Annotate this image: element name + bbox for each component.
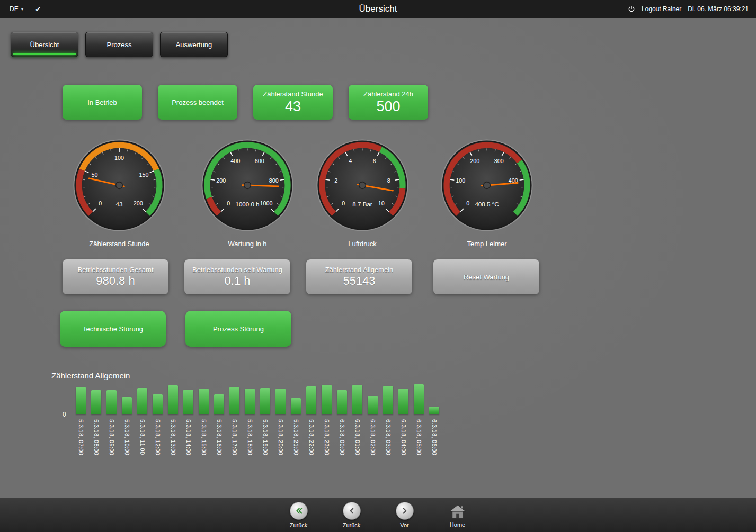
chart-x-tick-label: 6.3.18, 00:00 — [339, 419, 345, 470]
info-zaehlerstand-allgemein[interactable]: Zählerstand Allgemein 55143 — [306, 259, 412, 294]
back-button[interactable]: Zurück — [336, 502, 367, 528]
svg-text:8: 8 — [387, 177, 390, 184]
status-zaehlerstand-24h[interactable]: Zählerstand 24h 500 — [349, 85, 428, 120]
status-in-betrieb[interactable]: In Betrieb — [63, 85, 142, 120]
chart-bar — [429, 407, 439, 414]
chart-bars: 5.3.18, 07:005.3.18, 08:005.3.18, 09:005… — [73, 382, 442, 470]
chart-x-tick-label: 5.3.18, 13:00 — [170, 419, 176, 470]
double-chevron-left-icon — [290, 502, 308, 520]
language-selector[interactable]: DE ▾ — [10, 5, 23, 13]
svg-text:0: 0 — [99, 200, 102, 206]
status-label: Zählerstand Stunde — [263, 90, 323, 98]
chart-bar — [168, 385, 178, 414]
chart-bar-cell: 5.3.18, 12:00 — [150, 382, 165, 470]
top-bar-right: Logout Rainer Di. 06. März 06:39:21 — [628, 5, 749, 13]
chart-x-tick-label: 5.3.18, 22:00 — [308, 419, 315, 470]
chart-bar-wrap — [165, 382, 181, 414]
chart-x-tick-label: 6.3.18, 06:00 — [431, 419, 438, 470]
chart-x-tick-label: 5.3.18, 07:00 — [78, 419, 84, 470]
gauge-luftdruck: 02468108.7 Bar Luftdruck — [316, 139, 409, 248]
check-icon[interactable]: ✔ — [35, 5, 41, 13]
svg-text:4: 4 — [349, 158, 352, 164]
chart-bar-cell: 5.3.18, 07:00 — [73, 382, 88, 470]
status-prozess-beendet[interactable]: Prozess beendet — [158, 85, 237, 120]
chart-bar-cell: 6.3.18, 01:00 — [350, 382, 365, 470]
chart-bar-wrap — [304, 382, 319, 414]
gauge-svg: 05010015020043 — [73, 139, 166, 232]
nav-label: Home — [450, 521, 465, 528]
info-betriebsstunden-seit-wartung[interactable]: Betriebsstunden seit Wartung 0.1 h — [184, 259, 290, 294]
chart-x-tick-label: 5.3.18, 09:00 — [109, 419, 115, 470]
back-fast-button[interactable]: Zurück — [283, 502, 314, 528]
chart-x-tick-label: 5.3.18, 19:00 — [262, 419, 269, 470]
chart-x-tick-label: 6.3.18, 01:00 — [354, 419, 361, 470]
home-button[interactable]: Home — [442, 502, 473, 528]
prozess-stoerung-button[interactable]: Prozess Störung — [185, 311, 291, 347]
chart-bar — [76, 387, 86, 414]
chart-bar-cell: 6.3.18, 03:00 — [380, 382, 396, 470]
tab-uebersicht[interactable]: Übersicht — [11, 32, 78, 57]
chart-bar-wrap — [135, 382, 150, 414]
page-title: Übersicht — [359, 4, 397, 14]
chart-bar-wrap — [334, 382, 350, 414]
nav-label: Zurück — [343, 522, 361, 528]
tab-prozess[interactable]: Prozess — [85, 32, 153, 57]
status-label: Prozess beendet — [172, 98, 224, 106]
tab-auswertung[interactable]: Auswertung — [160, 32, 228, 57]
info-value: 0.1 h — [225, 274, 251, 288]
chart-bar-wrap — [380, 382, 396, 414]
chart-bar — [106, 390, 117, 414]
chart-bar-wrap — [273, 382, 288, 414]
chart-bar-cell: 5.3.18, 15:00 — [196, 382, 211, 470]
chart-bar-cell: 5.3.18, 08:00 — [88, 382, 104, 470]
chart-bar-wrap — [319, 382, 334, 414]
logout-link[interactable]: Logout Rainer — [642, 5, 681, 13]
svg-text:2: 2 — [334, 177, 337, 184]
power-icon[interactable] — [628, 5, 635, 13]
chart-bar — [322, 385, 332, 414]
chart-bar-cell: 5.3.18, 23:00 — [319, 382, 334, 470]
chart-bar — [183, 390, 193, 414]
nav-label: Vor — [400, 522, 409, 528]
chart-bar-wrap — [88, 382, 104, 414]
gauge-dial: 020040060080010001000.0 h — [201, 139, 294, 234]
svg-text:100: 100 — [114, 155, 124, 161]
chart-bar-cell: 5.3.18, 21:00 — [288, 382, 304, 470]
chart-x-tick-label: 5.3.18, 12:00 — [155, 419, 161, 470]
chart-bar — [122, 397, 132, 414]
chart-x-tick-label: 5.3.18, 21:00 — [293, 419, 299, 470]
chart-x-tick-label: 5.3.18, 14:00 — [185, 419, 192, 470]
svg-text:10: 10 — [378, 200, 385, 206]
status-zaehlerstand-stunde[interactable]: Zählerstand Stunde 43 — [253, 85, 333, 120]
status-label: Zählerstand 24h — [363, 90, 413, 98]
chart-x-tick-label: 5.3.18, 17:00 — [232, 419, 238, 470]
status-row: In Betrieb Prozess beendet Zählerstand S… — [63, 85, 428, 120]
gauge-zaehlerstand-stunde: 05010015020043 Zählerstand Stunde — [73, 139, 166, 248]
chart-bar-wrap — [196, 382, 211, 414]
info-label: Zählerstand Allgemein — [325, 266, 394, 274]
svg-text:800: 800 — [269, 177, 279, 184]
chart-bar — [368, 396, 378, 414]
chart-bar — [153, 394, 163, 414]
chart-bar-wrap — [426, 382, 442, 414]
gauge-caption: Temp Leimer — [440, 240, 533, 248]
svg-text:1000.0 h: 1000.0 h — [235, 201, 259, 208]
svg-text:200: 200 — [134, 200, 143, 206]
info-betriebsstunden-gesamt[interactable]: Betriebsstunden Gesamt 980.8 h — [63, 259, 168, 294]
chart-bar-cell: 5.3.18, 22:00 — [304, 382, 319, 470]
app-root: DE ▾ ✔ Übersicht Logout Rainer Di. 06. M… — [0, 0, 756, 532]
chart-bar — [306, 386, 316, 414]
caret-down-icon: ▾ — [21, 6, 24, 12]
chart-x-tick-label: 6.3.18, 03:00 — [385, 419, 392, 470]
info-label: Reset Wartung — [464, 273, 509, 281]
reset-wartung-button[interactable]: Reset Wartung — [433, 259, 539, 294]
chart-bar — [137, 388, 147, 414]
chart-bar — [91, 390, 101, 414]
chart-y-zero-label: 0 — [63, 411, 66, 418]
forward-button[interactable]: Vor — [389, 502, 420, 528]
svg-text:0: 0 — [227, 200, 230, 206]
chart-x-tick-label: 5.3.18, 18:00 — [247, 419, 253, 470]
chart-bar-wrap — [396, 382, 411, 414]
technische-stoerung-button[interactable]: Technische Störung — [60, 311, 166, 347]
chart-bar — [245, 389, 255, 414]
